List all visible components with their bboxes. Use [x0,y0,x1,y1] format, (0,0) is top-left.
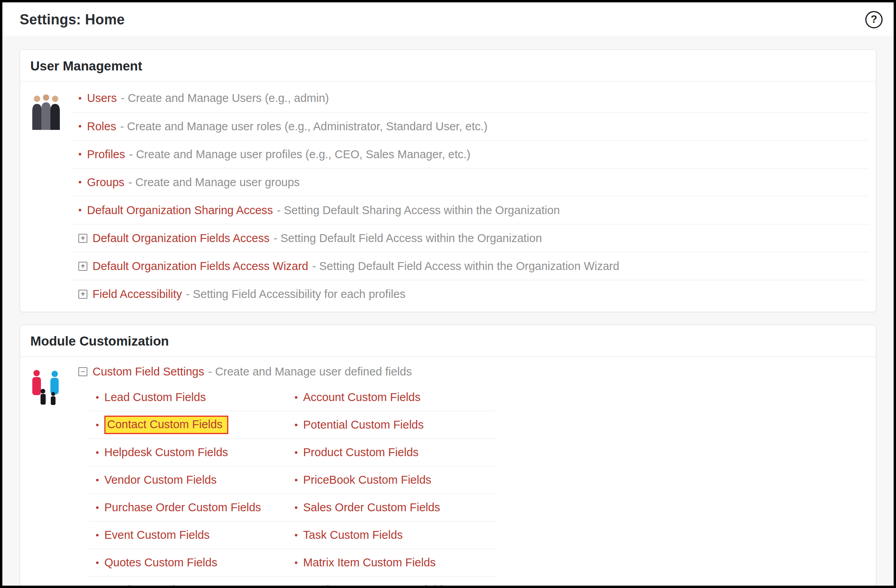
module-customization-body: − Custom Field Settings - Create and Man… [20,357,876,588]
profiles-link[interactable]: Profiles [87,148,125,161]
bullet-icon: • [294,585,303,588]
purchase-order-custom-fields-link[interactable]: Purchase Order Custom Fields [104,501,261,514]
module-customization-title: Module Customization [20,325,876,357]
bullet-icon: • [78,93,87,104]
custom-fields-row: • Helpdesk Custom Fields • Product Custo… [89,439,496,466]
item-description: - Create and Manage Users (e.g., admin) [121,92,329,105]
user-management-body: • Users - Create and Manage Users (e.g.,… [20,82,876,312]
bullet-icon: • [96,585,104,588]
business-people-icon [31,94,61,131]
help-icon: ? [871,13,877,26]
table-cell: • Purchase Order Returns [89,584,288,588]
bullet-icon: • [78,149,87,160]
bullet-icon: • [96,530,104,541]
help-button[interactable]: ? [865,11,883,28]
vendor-custom-fields-link[interactable]: Vendor Custom Fields [104,473,217,486]
bullet-icon: • [294,502,303,513]
quotes-custom-fields-link[interactable]: Quotes Custom Fields [104,556,217,569]
event-custom-fields-link[interactable]: Event Custom Fields [104,529,210,542]
module-customization-icon-column [20,359,72,588]
settings-item-roles: • Roles - Create and Manage user roles (… [72,112,869,140]
custom-fields-table: • Lead Custom Fields • Account Custom Fi… [89,384,496,588]
task-custom-fields-link[interactable]: Task Custom Fields [303,529,403,542]
item-description: - Create and Manage user profiles (e.g.,… [129,148,470,161]
default-org-fields-access-wizard-link[interactable]: Default Organization Fields Access Wizar… [93,260,308,273]
custom-fields-row: • Vendor Custom Fields • PriceBook Custo… [89,466,496,494]
product-custom-fields-link[interactable]: Product Custom Fields [303,446,418,459]
bullet-icon: • [294,557,303,568]
custom-field-settings-group: − Custom Field Settings - Create and Man… [72,359,869,384]
roles-link[interactable]: Roles [87,120,116,133]
pricebook-custom-fields-link[interactable]: PriceBook Custom Fields [303,473,431,486]
table-cell: • Product Custom Fields [288,446,496,459]
expand-icon[interactable]: + [78,262,87,271]
default-org-fields-access-link[interactable]: Default Organization Fields Access [93,232,270,245]
contact-custom-fields-link[interactable]: Contact Custom Fields [104,416,228,434]
bullet-icon: • [294,447,303,458]
colorful-people-icon [31,369,61,406]
field-accessibility-link[interactable]: Field Accessibility [93,288,182,301]
table-cell: • Sales Order Custom Fields [288,501,496,514]
helpdesk-custom-fields-link[interactable]: Helpdesk Custom Fields [104,446,228,459]
user-management-icon-column [20,84,72,308]
group-description: - Create and Manage user defined fields [208,365,412,378]
header: Settings: Home ? [2,2,894,37]
vendor-rfqs-custom-fields-link[interactable]: Vendor RFQs Custom Fields [303,584,448,588]
expand-icon[interactable]: + [78,234,87,243]
item-description: - Setting Default Sharing Access within … [277,204,560,217]
default-org-sharing-access-link[interactable]: Default Organization Sharing Access [87,204,273,217]
table-cell: • Quotes Custom Fields [89,556,288,569]
account-custom-fields-link[interactable]: Account Custom Fields [303,391,420,404]
custom-field-settings-link[interactable]: Custom Field Settings [93,365,204,378]
custom-fields-row: • Purchase Order Custom Fields • Sales O… [89,494,496,521]
settings-item-default-org-fields-access: + Default Organization Fields Access - S… [72,224,869,252]
custom-fields-row: • Quotes Custom Fields • Matrix Item Cus… [89,549,496,577]
item-description: - Setting Field Accessibility for each p… [186,288,405,301]
table-cell: • PriceBook Custom Fields [288,473,496,486]
table-cell: • Lead Custom Fields [89,391,288,404]
purchase-order-returns-link[interactable]: Purchase Order Returns [104,584,228,588]
table-cell: • Potential Custom Fields [288,418,496,431]
bullet-icon: • [294,420,303,431]
table-cell: • Vendor RFQs Custom Fields [288,584,496,588]
content-area: User Management • Users - Create and Man… [2,37,894,588]
table-cell: • Purchase Order Custom Fields [89,501,288,514]
bullet-icon: • [294,392,303,403]
module-customization-panel: Module Customization − Custom Field Sett… [20,325,876,588]
item-description: - Create and Manage user roles (e.g., Ad… [120,120,487,133]
settings-item-users: • Users - Create and Manage Users (e.g.,… [72,84,869,112]
potential-custom-fields-link[interactable]: Potential Custom Fields [303,418,424,431]
settings-item-groups: • Groups - Create and Manage user groups [72,168,869,196]
user-management-panel: User Management • Users - Create and Man… [20,50,876,312]
bullet-icon: • [96,392,104,403]
custom-fields-row: • Event Custom Fields • Task Custom Fiel… [89,521,496,549]
bullet-icon: • [96,557,104,568]
item-description: - Setting Default Field Access within th… [312,260,619,273]
bullet-icon: • [78,121,87,132]
table-cell: • Vendor Custom Fields [89,473,288,486]
table-cell: • Event Custom Fields [89,529,288,542]
collapse-icon[interactable]: − [78,367,87,376]
users-link[interactable]: Users [87,92,117,105]
matrix-item-custom-fields-link[interactable]: Matrix Item Custom Fields [303,556,436,569]
settings-home-page: { "header": { "title": "Settings: Home",… [0,0,896,588]
sales-order-custom-fields-link[interactable]: Sales Order Custom Fields [303,501,440,514]
table-cell: • Matrix Item Custom Fields [288,556,496,569]
bullet-icon: • [96,475,104,486]
settings-item-default-org-fields-access-wizard: + Default Organization Fields Access Wiz… [72,252,869,280]
settings-item-default-org-sharing-access: • Default Organization Sharing Access - … [72,196,869,224]
table-cell: • Task Custom Fields [288,529,496,542]
item-description: - Setting Default Field Access within th… [274,232,542,245]
lead-custom-fields-link[interactable]: Lead Custom Fields [104,391,206,404]
custom-fields-row: • Purchase Order Returns • Vendor RFQs C… [89,577,496,588]
table-cell: • Contact Custom Fields [89,416,288,434]
bullet-icon: • [96,502,104,513]
expand-icon[interactable]: + [78,290,87,299]
user-management-title: User Management [20,50,876,82]
settings-item-field-accessibility: + Field Accessibility - Setting Field Ac… [72,280,869,308]
groups-link[interactable]: Groups [87,176,124,189]
user-management-list: • Users - Create and Manage Users (e.g.,… [72,84,869,308]
table-cell: • Account Custom Fields [288,391,496,404]
bullet-icon: • [96,447,104,458]
module-customization-list: − Custom Field Settings - Create and Man… [72,359,869,588]
